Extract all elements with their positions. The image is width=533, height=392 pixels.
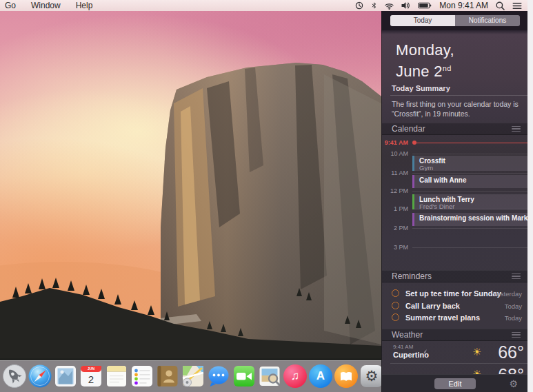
open-book-icon: [334, 364, 359, 389]
calendar-event[interactable]: Call with Anne: [412, 175, 527, 188]
reminders-section-header: Reminders: [382, 270, 527, 282]
tab-notifications[interactable]: Notifications: [455, 15, 520, 26]
notification-center: Today Notifications Monday, June 2nd Tod…: [381, 11, 527, 392]
status-icons: Mon 9:41 AM: [355, 1, 527, 10]
bluetooth-icon[interactable]: [371, 1, 377, 10]
now-label: 9:41 AM: [382, 139, 408, 146]
dock-system-preferences[interactable]: ⚙: [359, 364, 384, 389]
appstore-a-icon: A: [308, 364, 333, 389]
reminder-item[interactable]: Summer travel plans Today: [382, 313, 527, 324]
screen-edge-strip: [527, 0, 533, 392]
today-summary-title: Today Summary: [392, 84, 450, 92]
calendar-section-header: Calendar: [382, 123, 527, 135]
wifi-icon[interactable]: [385, 2, 394, 10]
desktop: JUN 2 ♫ A: [0, 0, 533, 392]
dock: JUN 2 ♫ A: [0, 360, 381, 392]
tab-today[interactable]: Today: [390, 15, 455, 26]
dock-facetime[interactable]: [232, 364, 257, 389]
today-summary-text: The first thing on your calendar today i…: [392, 99, 522, 118]
nc-tab-switcher: Today Notifications: [390, 15, 520, 26]
dock-appstore[interactable]: A: [308, 364, 333, 389]
calendar-header-label: Calendar: [392, 124, 512, 134]
weather-divider: [390, 363, 527, 364]
dock-preview[interactable]: [257, 364, 282, 389]
reminder-complete-circle[interactable]: [392, 289, 399, 297]
calendar-event[interactable]: Brainstorming session with Marketing: [412, 213, 527, 226]
menu-bar: Go Window Help Mon 9:41 AM: [0, 0, 527, 11]
gears-icon: ⚙: [359, 364, 384, 389]
dock-calendar-day: 2: [79, 364, 103, 389]
date-line2: June 2nd: [396, 59, 454, 81]
dock-launchpad[interactable]: [2, 364, 27, 389]
date-line1: Monday,: [396, 41, 454, 59]
edit-button[interactable]: Edit: [434, 378, 476, 389]
dock-itunes[interactable]: ♫: [283, 364, 308, 389]
dock-messages[interactable]: [206, 364, 231, 389]
dock-reminders[interactable]: [130, 364, 154, 389]
app-menus: Go Window Help: [0, 0, 100, 11]
date-ordinal: nd: [443, 64, 452, 72]
widget-handle-icon[interactable]: [512, 125, 521, 134]
spotlight-icon[interactable]: [496, 1, 505, 10]
menu-window[interactable]: Window: [23, 0, 68, 11]
dock-notes[interactable]: [104, 364, 129, 389]
menu-go[interactable]: Go: [0, 0, 23, 11]
weather-header-label: Weather: [392, 330, 512, 340]
current-time-marker: 9:41 AM: [382, 139, 527, 147]
settings-gear-icon[interactable]: ⚙: [509, 378, 518, 389]
today-date: Monday, June 2nd: [396, 41, 454, 81]
sun-icon: ☀: [472, 346, 481, 358]
hour-row: 3 PM: [382, 244, 527, 252]
calendar-event[interactable]: Crossfit Gym: [412, 156, 527, 171]
weather-row-cupertino[interactable]: 9:41 AM Cupertino ☀ 66°: [382, 342, 527, 363]
now-line: [414, 143, 527, 144]
summary-divider: [390, 95, 527, 96]
menu-clock[interactable]: Mon 9:41 AM: [439, 1, 488, 10]
dock-safari[interactable]: [28, 364, 52, 389]
reminder-item[interactable]: Set up tee time for Sunday Yesterday: [382, 289, 527, 300]
music-note-icon: ♫: [283, 364, 308, 389]
battery-icon[interactable]: [418, 1, 432, 10]
reminders-header-label: Reminders: [392, 271, 512, 281]
time-machine-icon[interactable]: [355, 1, 363, 10]
menu-help[interactable]: Help: [68, 0, 101, 11]
notification-center-icon[interactable]: [512, 2, 522, 10]
dock-ibooks[interactable]: [334, 364, 359, 389]
dock-maps[interactable]: [181, 364, 205, 389]
widget-handle-icon[interactable]: [512, 272, 521, 281]
calendar-event[interactable]: Lunch with Terry Fred's Diner: [412, 194, 527, 209]
dock-calendar[interactable]: JUN 2: [79, 364, 103, 389]
weather-section-header: Weather: [382, 329, 527, 341]
widget-handle-icon[interactable]: [512, 331, 521, 340]
volume-icon[interactable]: [401, 1, 410, 10]
nc-tabs-row: Today Notifications: [382, 11, 527, 30]
reminder-complete-circle[interactable]: [392, 302, 399, 309]
dock-mail[interactable]: [53, 364, 78, 389]
reminder-item[interactable]: Call Larry back Today: [382, 301, 527, 312]
dock-contacts[interactable]: [155, 364, 180, 389]
nc-bottom-bar: Edit ⚙: [382, 374, 527, 392]
reminder-complete-circle[interactable]: [392, 313, 399, 321]
